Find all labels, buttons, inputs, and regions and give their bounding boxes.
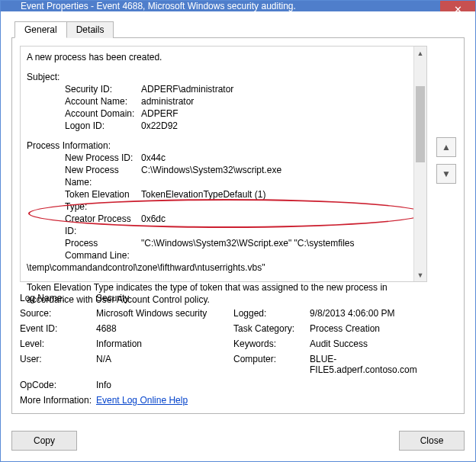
subject-heading: Subject: (27, 71, 405, 83)
val-user: N/A (96, 354, 233, 375)
lbl-token-elev: Token Elevation Type: (27, 188, 141, 213)
val-logon-id: 0x22D92 (141, 120, 405, 132)
tab-strip: General Details (11, 21, 465, 38)
tab-page-general: ▲ ▼ A new process has been created. Subj… (11, 38, 465, 414)
val-cmdline-2: \temp\commandandcontrol\zone\fifthward\n… (27, 261, 405, 274)
lbl-new-pname: New Process Name: (27, 164, 141, 188)
message-scrollbar[interactable]: ▲ ▼ (413, 47, 426, 281)
lbl-computer: Computer: (233, 354, 310, 375)
tab-general[interactable]: General (14, 21, 67, 38)
val-account-domain: ADPERF (141, 107, 405, 120)
close-dialog-button[interactable]: Close (399, 431, 465, 451)
msg-footer: Token Elevation Type indicates the type … (27, 281, 405, 306)
lbl-creator-pid: Creator Process ID: (27, 213, 141, 237)
lbl-opcode: OpCode: (20, 380, 96, 390)
event-metadata: Log Name: Security Source: Microsoft Win… (20, 293, 427, 406)
lbl-moreinfo: More Information: (20, 395, 96, 406)
lbl-source: Source: (20, 308, 96, 319)
next-event-button[interactable]: ▼ (436, 164, 456, 184)
val-logged: 9/8/2013 4:06:00 PM (310, 308, 427, 319)
val-cmdline-1: "C:\Windows\System32\WScript.exe" "C:\sy… (141, 237, 405, 261)
lbl-account-name: Account Name: (27, 95, 141, 107)
lbl-eventid: Event ID: (20, 323, 96, 334)
arrow-up-icon: ▲ (442, 142, 451, 152)
val-eventid: 4688 (96, 323, 233, 334)
lbl-user: User: (20, 354, 96, 375)
val-opcode: Info (96, 380, 427, 390)
arrow-down-icon: ▼ (442, 168, 451, 179)
val-new-pname: C:\Windows\System32\wscript.exe (141, 164, 405, 188)
val-creator-pid: 0x6dc (141, 213, 405, 237)
val-account-name: administrator (141, 95, 405, 107)
titlebar: Event Properties - Event 4688, Microsoft… (1, 1, 475, 11)
lbl-security-id: Security ID: (27, 83, 141, 95)
val-source: Microsoft Windows security (96, 308, 233, 319)
lbl-logon-id: Logon ID: (27, 120, 141, 132)
scroll-thumb[interactable] (416, 86, 425, 162)
val-level: Information (96, 338, 233, 349)
window: Event Properties - Event 4688, Microsoft… (0, 0, 476, 462)
event-description-box: A new process has been created. Subject:… (20, 46, 427, 282)
prev-event-button[interactable]: ▲ (436, 137, 456, 157)
copy-button[interactable]: Copy (11, 431, 77, 451)
lbl-cmdline: Process Command Line: (27, 237, 141, 261)
val-token-elev: TokenElevationTypeDefault (1) (141, 188, 405, 213)
val-taskcat: Process Creation (310, 323, 427, 334)
val-security-id: ADPERF\administrator (141, 83, 405, 95)
val-keywords: Audit Success (310, 338, 427, 349)
event-description-content: A new process has been created. Subject:… (27, 51, 420, 306)
lbl-taskcat: Task Category: (233, 323, 310, 334)
lbl-new-pid: New Process ID: (27, 152, 141, 164)
tab-details[interactable]: Details (66, 21, 114, 38)
scroll-down-icon: ▼ (414, 268, 426, 281)
link-event-log-help[interactable]: Event Log Online Help (96, 395, 188, 406)
val-new-pid: 0x44c (141, 152, 405, 164)
button-row: Copy Close (1, 423, 475, 461)
scroll-up-icon: ▲ (414, 47, 426, 59)
client-area: General Details ▲ ▼ A new process has be… (1, 11, 475, 423)
scroll-track (414, 59, 426, 268)
procinfo-heading: Process Information: (27, 140, 405, 152)
window-title: Event Properties - Event 4688, Microsoft… (21, 1, 296, 11)
msg-title: A new process has been created. (27, 51, 405, 63)
lbl-logged: Logged: (233, 308, 310, 319)
lbl-level: Level: (20, 338, 96, 349)
lbl-keywords: Keywords: (233, 338, 310, 349)
val-computer: BLUE-FILE5.adperf.contoso.com (310, 354, 427, 375)
lbl-account-domain: Account Domain: (27, 107, 141, 120)
